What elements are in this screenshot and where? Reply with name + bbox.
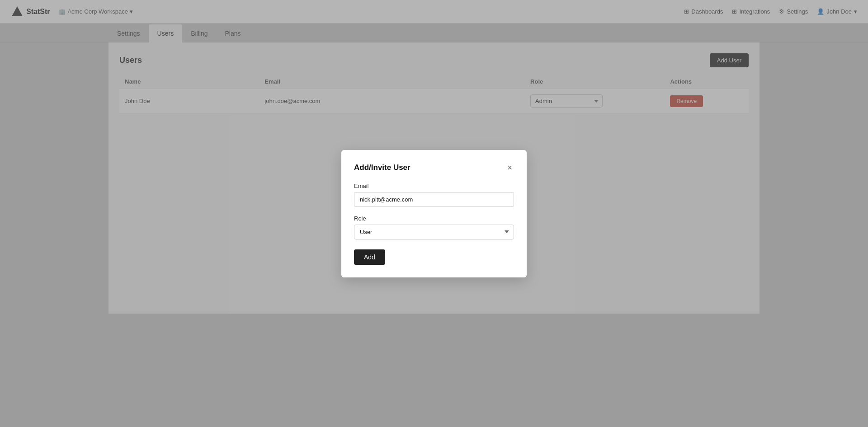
role-select-modal[interactable]: User Admin Viewer <box>354 225 514 239</box>
email-input[interactable] <box>354 192 514 207</box>
add-invite-user-modal: Add/Invite User × Email Role User Admin … <box>341 150 527 277</box>
modal-overlay[interactable]: Add/Invite User × Email Role User Admin … <box>0 0 868 427</box>
role-form-group: Role User Admin Viewer <box>354 215 514 239</box>
modal-title: Add/Invite User <box>354 163 410 172</box>
email-label: Email <box>354 183 514 189</box>
modal-header: Add/Invite User × <box>354 163 514 173</box>
modal-add-button[interactable]: Add <box>354 249 385 265</box>
email-form-group: Email <box>354 183 514 207</box>
role-label: Role <box>354 215 514 222</box>
modal-close-button[interactable]: × <box>505 163 514 173</box>
